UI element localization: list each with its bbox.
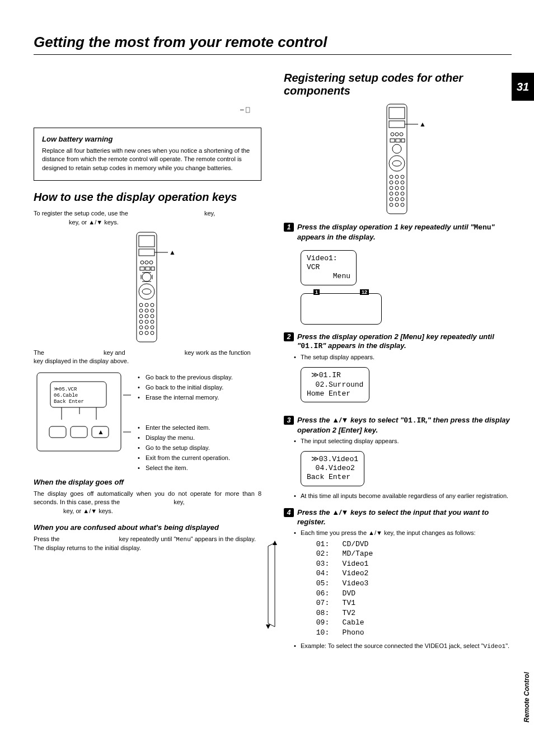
side-section-label: Remote Control — [523, 672, 531, 722]
s1m: Menu — [474, 223, 491, 232]
svg-point-31 — [151, 331, 154, 335]
goes-off-body: The display goes off automatically when … — [34, 490, 261, 515]
low-battery-body: Replace all four batteries with new ones… — [42, 147, 253, 172]
svg-rect-1 — [139, 236, 154, 247]
svg-point-29 — [139, 331, 143, 335]
svg-rect-54 — [390, 139, 395, 142]
cf-b: key repeatedly until " — [119, 536, 176, 542]
svg-point-30 — [145, 331, 148, 335]
svg-point-71 — [401, 192, 404, 195]
input-list: 01: CD/DVD 02: MD/Tape 03: Video1 04: Vi… — [312, 539, 512, 637]
step3-note: At this time all inputs become available… — [284, 492, 512, 500]
svg-point-23 — [139, 320, 143, 323]
svg-rect-9 — [146, 267, 150, 270]
low-battery-box: – ⎕ Low battery warning Replace all four… — [34, 128, 261, 181]
svg-point-66 — [390, 186, 393, 190]
svg-text:▲: ▲ — [97, 428, 104, 436]
ex-a: Example: To select the source connected … — [301, 642, 484, 649]
svg-point-20 — [139, 314, 143, 318]
display-mock-2: ≫01.IR 02.Surround Home Enter — [301, 367, 369, 402]
step-2: 2 Press the display operation 2 [Menu] k… — [284, 332, 512, 352]
go-b: key, — [174, 499, 184, 505]
svg-text:Back Enter: Back Enter — [54, 399, 84, 405]
svg-point-70 — [395, 192, 399, 195]
step3-bullet: The input selecting display appears. — [284, 438, 512, 444]
svg-point-73 — [395, 198, 399, 201]
cycle-arrows-icon — [265, 539, 282, 631]
step-num-4: 4 — [284, 508, 294, 517]
goes-off-heading: When the display goes off — [34, 478, 261, 486]
howto-intro-a: To register the setup code, use the — [34, 210, 130, 217]
howto-intro-b: key, — [204, 210, 215, 217]
page-number: 31 — [517, 81, 529, 93]
step2-bullet: The setup display appears. — [284, 354, 512, 360]
s1a: Press the display operation 1 key repeat… — [297, 223, 474, 231]
svg-rect-10 — [151, 267, 154, 270]
battery-icon: – ⎕ — [240, 106, 250, 114]
fl-b: key and — [104, 349, 127, 356]
svg-rect-55 — [396, 139, 400, 142]
svg-text:▲ ▼: ▲ ▼ — [419, 120, 426, 128]
right-bullet-3: Go to the setup display. — [138, 444, 261, 451]
remote-display-diagram: ≫05.VCR 06.Cable Back Enter ▲ Go back to… — [34, 370, 261, 471]
page-number-tab: 31 — [512, 73, 534, 101]
s3a: Press the ▲/▼ keys to select " — [297, 416, 404, 424]
svg-point-64 — [395, 181, 399, 184]
svg-point-17 — [139, 309, 143, 312]
svg-point-67 — [395, 186, 399, 190]
howto-intro-c: key, or ▲/▼ keys. — [69, 219, 119, 226]
display-mock-3: ≫03.Video1 04.Video2 Back Enter — [301, 451, 364, 486]
step-num-2: 2 — [284, 332, 294, 341]
svg-point-21 — [145, 314, 148, 318]
svg-point-74 — [401, 198, 404, 201]
svg-point-27 — [145, 326, 148, 329]
confused-heading: When you are confused about what's being… — [34, 523, 261, 532]
right-bullet-1: Enter the selected item. — [138, 424, 261, 431]
ex-c: Video1 — [484, 643, 506, 650]
step4-bullet: Each time you press the ▲/▼ key, the inp… — [284, 529, 512, 536]
cf-a: Press the — [34, 536, 62, 542]
go-a: The display goes off automatically when … — [34, 490, 261, 505]
svg-point-5 — [140, 261, 144, 264]
s3c: 01.IR — [404, 416, 425, 425]
svg-point-69 — [390, 192, 393, 195]
step-3: 3 Press the ▲/▼ keys to select "01.IR," … — [284, 416, 512, 435]
svg-text:▲ ▼: ▲ ▼ — [169, 248, 176, 256]
svg-rect-56 — [401, 139, 405, 142]
op-key-1-label: 1 — [313, 289, 320, 295]
remote-illustration: ▲ ▼ — [120, 231, 176, 343]
left-bullet-3: Erase the internal memory. — [138, 394, 261, 401]
step-num-3: 3 — [284, 416, 294, 425]
svg-point-57 — [392, 144, 401, 153]
svg-point-7 — [149, 261, 153, 264]
svg-point-75 — [390, 203, 393, 206]
howto-intro: To register the setup code, use the key,… — [34, 209, 261, 227]
remote-closeup: ≫05.VCR 06.Cable Back Enter ▲ — [34, 370, 134, 454]
svg-point-72 — [390, 198, 393, 201]
register-heading: Registering setup codes for other compon… — [284, 72, 512, 97]
howto-heading: How to use the display operation keys — [34, 191, 261, 204]
svg-point-14 — [139, 303, 143, 307]
right-bullet-2: Display the menu. — [138, 434, 261, 441]
right-bullet-5: Select the item. — [138, 464, 261, 471]
remote-illustration-right: ▲ ▼ — [370, 103, 426, 215]
svg-point-52 — [395, 133, 399, 136]
svg-point-16 — [151, 303, 154, 307]
svg-rect-2 — [139, 249, 154, 256]
howto-funcline: The key and key work as the function key… — [34, 349, 261, 366]
svg-point-24 — [145, 320, 148, 323]
svg-point-6 — [145, 261, 148, 264]
s2c: 01.IR — [301, 342, 322, 350]
svg-point-61 — [395, 175, 399, 179]
svg-point-51 — [391, 133, 394, 136]
svg-rect-41 — [71, 426, 87, 438]
svg-point-22 — [151, 314, 154, 318]
ex-b: ". — [505, 642, 509, 649]
svg-point-76 — [395, 203, 399, 206]
go-c: key, or ▲/▼ keys. — [63, 508, 113, 514]
left-column: – ⎕ Low battery warning Replace all four… — [34, 72, 261, 652]
svg-point-53 — [400, 133, 403, 136]
step-num-1: 1 — [284, 223, 294, 232]
svg-point-18 — [145, 309, 148, 312]
fl-c: key work as the function key displayed i… — [34, 349, 251, 364]
